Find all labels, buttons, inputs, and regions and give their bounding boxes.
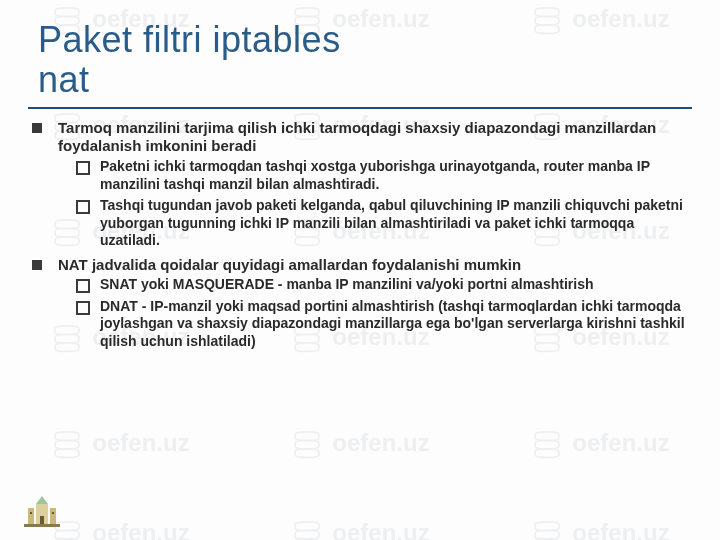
sub-bullet-list: Paketni ichki tarmoqdan tashqi xostga yu…	[58, 158, 692, 250]
svg-rect-5	[30, 512, 32, 514]
footer-logo	[20, 494, 64, 532]
bullet-item: NAT jadvalida qoidalar quyidagi amallard…	[54, 256, 692, 351]
bullet-list: Tarmoq manzilini tarjima qilish ichki ta…	[28, 119, 692, 351]
sub-bullet-text: DNAT - IP-manzil yoki maqsad portini alm…	[100, 298, 685, 349]
sub-bullet-text: Tashqi tugundan javob paketi kelganda, q…	[100, 197, 683, 248]
slide-content: Paket filtri iptables nat Tarmoq manzili…	[0, 0, 720, 540]
sub-bullet-text: Paketni ichki tarmoqdan tashqi xostga yu…	[100, 158, 650, 192]
svg-rect-4	[40, 516, 44, 524]
building-logo-icon	[20, 494, 64, 532]
sub-bullet-list: SNAT yoki MASQUERADE - manba IP manzilin…	[58, 276, 692, 350]
svg-rect-0	[24, 524, 60, 527]
sub-bullet-item: DNAT - IP-manzil yoki maqsad portini alm…	[98, 298, 692, 351]
bullet-text: Tarmoq manzilini tarjima qilish ichki ta…	[58, 119, 656, 155]
svg-rect-1	[28, 508, 34, 524]
sub-bullet-item: SNAT yoki MASQUERADE - manba IP manzilin…	[98, 276, 692, 294]
slide-title-line-1: Paket filtri iptables	[38, 20, 690, 60]
slide-title-line-2: nat	[38, 60, 690, 100]
bullet-item: Tarmoq manzilini tarjima qilish ichki ta…	[54, 119, 692, 250]
svg-rect-2	[50, 508, 56, 524]
sub-bullet-text: SNAT yoki MASQUERADE - manba IP manzilin…	[100, 276, 593, 292]
sub-bullet-item: Paketni ichki tarmoqdan tashqi xostga yu…	[98, 158, 692, 193]
slide-title-box: Paket filtri iptables nat	[28, 18, 692, 109]
bullet-text: NAT jadvalida qoidalar quyidagi amallard…	[58, 256, 521, 273]
svg-rect-6	[52, 512, 54, 514]
sub-bullet-item: Tashqi tugundan javob paketi kelganda, q…	[98, 197, 692, 250]
